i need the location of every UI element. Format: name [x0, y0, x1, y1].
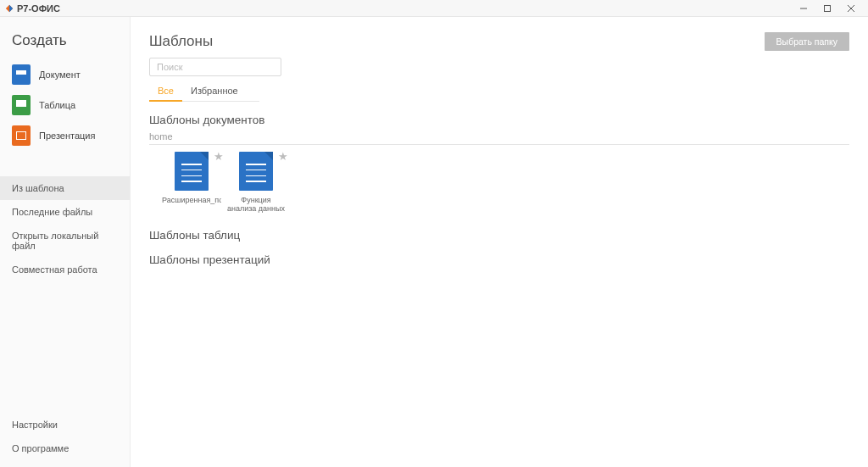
- breadcrumb[interactable]: home: [149, 131, 849, 145]
- template-caption: Расширенная_пользовательская...: [162, 196, 221, 204]
- app-name: Р7-ОФИС: [17, 3, 60, 14]
- window-maximize-button[interactable]: [815, 1, 839, 16]
- create-table-label: Таблица: [39, 100, 75, 110]
- search-input[interactable]: [149, 58, 281, 76]
- star-icon[interactable]: ★: [214, 150, 224, 163]
- create-document[interactable]: Документ: [0, 59, 130, 90]
- presentation-icon: [12, 125, 31, 146]
- sidebar-item-recent-files[interactable]: Последние файлы: [0, 200, 130, 224]
- document-icon: [12, 64, 31, 85]
- titlebar: Р7-ОФИС: [0, 0, 868, 17]
- main-content: Шаблоны Выбрать папку Все Избранное Шабл…: [131, 17, 868, 467]
- app-logo: Р7-ОФИС: [5, 3, 60, 14]
- svg-rect-3: [825, 5, 831, 11]
- choose-folder-button[interactable]: Выбрать папку: [765, 32, 849, 51]
- filter-tabs: Все Избранное: [149, 83, 259, 102]
- tab-all[interactable]: Все: [149, 83, 182, 102]
- document-template-icon: [239, 152, 273, 191]
- tab-favorites[interactable]: Избранное: [182, 83, 247, 101]
- window-minimize-button[interactable]: [792, 1, 815, 16]
- spreadsheet-icon: [12, 95, 31, 115]
- app-logo-icon: [5, 4, 14, 13]
- document-templates-row: ★ Расширенная_пользовательская... ★ Функ…: [149, 152, 849, 214]
- template-item[interactable]: ★ Функция анализа данных: [232, 152, 280, 214]
- create-presentation-label: Презентация: [39, 131, 95, 141]
- window-close-button[interactable]: [839, 1, 863, 16]
- create-presentation[interactable]: Презентация: [0, 120, 130, 151]
- sidebar-item-settings[interactable]: Настройки: [0, 413, 130, 436]
- create-table[interactable]: Таблица: [0, 90, 130, 120]
- sidebar: Создать Документ Таблица Презентация Из …: [0, 17, 131, 467]
- svg-marker-1: [9, 4, 13, 11]
- document-template-icon: [175, 152, 209, 191]
- template-caption: Функция анализа данных: [226, 196, 286, 214]
- star-icon[interactable]: ★: [278, 150, 288, 163]
- sidebar-item-about[interactable]: О программе: [0, 436, 130, 460]
- create-heading: Создать: [0, 32, 130, 54]
- sidebar-item-open-local[interactable]: Открыть локальный файл: [0, 224, 130, 258]
- section-tables-title: Шаблоны таблиц: [149, 229, 849, 242]
- template-item[interactable]: ★ Расширенная_пользовательская...: [168, 152, 215, 214]
- sidebar-item-collaboration[interactable]: Совместная работа: [0, 258, 130, 281]
- section-documents-title: Шаблоны документов: [149, 114, 849, 126]
- page-title: Шаблоны: [149, 33, 213, 50]
- sidebar-item-from-template[interactable]: Из шаблона: [0, 176, 130, 200]
- create-document-label: Документ: [39, 69, 81, 80]
- section-presentations-title: Шаблоны презентаций: [149, 253, 849, 266]
